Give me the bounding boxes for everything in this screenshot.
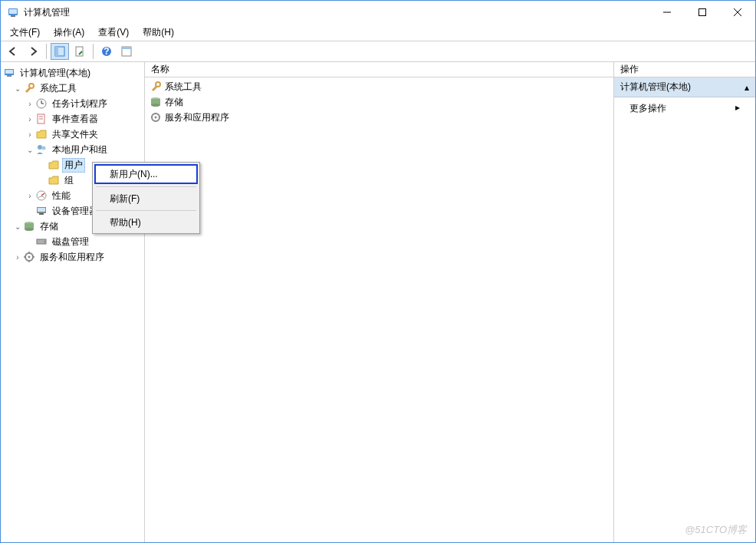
svg-rect-28 [38,208,45,212]
menubar: 文件(F) 操作(A) 查看(V) 帮助(H) [1,24,755,41]
services-icon [150,111,162,123]
content-area: 计算机管理(本地) ⌄ 系统工具 › 任务计划程序 › 事件查看器 › 共享文件… [1,62,755,542]
menu-file[interactable]: 文件(F) [4,25,46,41]
svg-text:?: ? [104,46,109,57]
folder-icon [48,174,60,186]
context-menu-refresh[interactable]: 刷新(F) [94,189,198,208]
computer-icon [3,67,15,79]
services-icon [23,251,35,263]
middle-pane: 名称 系统工具 存储 服务和应用程序 [145,62,614,542]
folder-icon [48,159,60,171]
svg-rect-13 [122,47,131,49]
svg-point-37 [156,82,160,87]
list-item[interactable]: 系统工具 [148,79,610,94]
tree-local-users-groups[interactable]: ⌄ 本地用户和组 [2,142,143,157]
context-menu-help[interactable]: 帮助(H) [94,213,198,232]
maximize-button[interactable] [685,1,720,24]
forward-button[interactable] [24,43,42,60]
collapse-icon[interactable]: ⌄ [13,222,22,231]
svg-point-42 [155,117,157,119]
expand-icon[interactable]: › [13,253,22,262]
storage-icon [23,220,35,232]
context-menu-new-user[interactable]: 新用户(N)... [94,164,198,184]
extra-view-button[interactable] [117,43,136,60]
list-item[interactable]: 存储 [148,94,610,110]
clock-icon [35,97,48,110]
performance-icon [35,189,48,202]
svg-point-24 [38,145,42,150]
collapse-arrow-icon: ▴ [744,82,749,93]
actions-group-title[interactable]: 计算机管理(本地) ▴ [614,77,755,97]
svg-rect-2 [11,15,15,17]
menu-help[interactable]: 帮助(H) [136,25,180,41]
context-menu-separator [96,186,196,187]
event-icon [35,113,48,125]
tree-event-viewer[interactable]: › 事件查看器 [2,111,143,127]
svg-point-36 [28,256,31,258]
expand-icon[interactable]: › [25,100,35,108]
tree-services-apps[interactable]: › 服务和应用程序 [2,249,143,265]
tree-shared-folders[interactable]: › 共享文件夹 [2,127,143,142]
menu-action[interactable]: 操作(A) [48,25,90,41]
svg-rect-8 [55,47,58,56]
watermark: @51CTO博客 [685,523,747,537]
menu-view[interactable]: 查看(V) [92,25,135,41]
app-icon [7,6,19,18]
device-icon [35,205,48,217]
list-item[interactable]: 服务和应用程序 [148,110,610,125]
tools-icon [150,81,162,93]
tree-disk-management[interactable]: 磁盘管理 [2,234,143,249]
toolbar-separator [93,44,94,59]
svg-rect-16 [7,75,12,77]
svg-point-25 [42,146,46,150]
svg-point-17 [29,84,34,88]
collapse-icon[interactable]: ⌄ [25,146,35,154]
properties-button[interactable] [71,43,89,60]
tree-task-scheduler[interactable]: › 任务计划程序 [2,96,143,111]
shared-folder-icon [35,128,48,140]
toolbar-separator [46,44,47,59]
back-button[interactable] [4,43,22,60]
close-button[interactable] [720,1,755,24]
svg-rect-4 [699,9,706,16]
svg-rect-15 [5,70,13,74]
actions-header: 操作 [614,62,755,77]
computer-management-window: 计算机管理 文件(F) 操作(A) 查看(V) 帮助(H) ? 计算机管理(本地… [0,0,756,543]
show-hide-tree-button[interactable] [51,43,69,60]
tree-pane[interactable]: 计算机管理(本地) ⌄ 系统工具 › 任务计划程序 › 事件查看器 › 共享文件… [1,62,145,542]
storage-icon [150,96,162,108]
expand-icon[interactable]: › [25,115,35,123]
actions-pane: 操作 计算机管理(本地) ▴ 更多操作 ▸ [614,62,755,542]
column-header-name[interactable]: 名称 [145,62,613,77]
minimize-button[interactable] [649,1,685,24]
titlebar: 计算机管理 [1,1,755,24]
actions-more[interactable]: 更多操作 ▸ [614,97,755,120]
tools-icon [23,82,35,94]
expand-icon[interactable]: › [25,192,35,200]
svg-rect-29 [39,213,44,215]
expand-icon[interactable]: › [25,130,35,139]
svg-rect-1 [9,9,17,14]
window-title: 计算机管理 [24,6,649,19]
help-button[interactable]: ? [97,43,116,60]
toolbar: ? [1,41,755,62]
svg-point-40 [151,104,160,107]
users-icon [35,143,48,156]
collapse-icon[interactable]: ⌄ [13,84,22,93]
tree-root[interactable]: 计算机管理(本地) [2,65,143,81]
context-menu: 新用户(N)... 刷新(F) 帮助(H) [92,162,200,234]
chevron-right-icon: ▸ [735,102,740,115]
tree-system-tools[interactable]: ⌄ 系统工具 [2,81,143,96]
window-controls [649,1,755,24]
svg-point-34 [44,241,45,242]
middle-list[interactable]: 系统工具 存储 服务和应用程序 [145,77,613,542]
disk-icon [35,235,48,248]
context-menu-separator [96,210,196,211]
svg-point-32 [25,228,34,231]
